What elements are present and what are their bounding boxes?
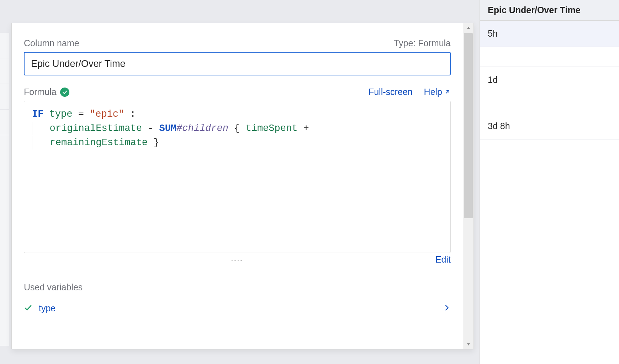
preview-cell: 1d [480, 67, 619, 93]
preview-cell: 3d 8h [480, 113, 619, 139]
external-link-icon [444, 87, 451, 97]
background-rows [0, 33, 9, 346]
used-variables-label: Used variables [24, 282, 451, 292]
variable-row[interactable]: type [24, 303, 451, 313]
preview-cell [480, 93, 619, 113]
column-name-label: Column name [24, 38, 79, 48]
preview-cell [480, 47, 619, 67]
scroll-down-icon[interactable] [463, 340, 473, 349]
variable-name: type [39, 303, 55, 313]
preview-column: Epic Under/Over Time 5h 1d 3d 8h [480, 0, 619, 364]
check-icon [24, 304, 32, 313]
svg-marker-2 [467, 343, 470, 345]
formula-column-dialog: Column name Type: Formula Formula Full-s… [11, 23, 474, 349]
dialog-scrollbar[interactable] [463, 23, 473, 349]
svg-line-0 [446, 90, 449, 93]
edit-link[interactable]: Edit [435, 254, 451, 265]
column-type-label: Type: Formula [394, 38, 451, 48]
preview-column-header: Epic Under/Over Time [480, 0, 619, 21]
preview-cell: 5h [480, 21, 619, 47]
check-circle-icon [60, 88, 69, 97]
scroll-up-icon[interactable] [463, 23, 473, 32]
column-name-input[interactable] [24, 52, 451, 75]
fullscreen-link[interactable]: Full-screen [369, 87, 413, 97]
svg-marker-1 [467, 27, 470, 29]
help-link[interactable]: Help [424, 87, 451, 97]
formula-label: Formula [24, 87, 57, 97]
resize-handle-icon[interactable]: .... [231, 256, 243, 262]
scroll-thumb[interactable] [464, 33, 473, 218]
chevron-right-icon [443, 304, 451, 313]
formula-editor[interactable]: IF type = "epic" : originalEstimate - SU… [24, 101, 451, 253]
